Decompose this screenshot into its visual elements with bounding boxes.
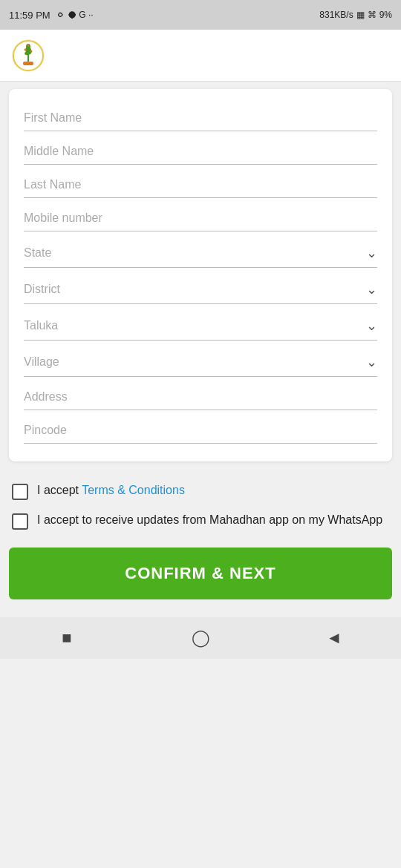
battery-indicator: 9% xyxy=(379,10,392,20)
whatsapp-checkbox-row: I accept to receive updates from Mahadha… xyxy=(12,512,389,530)
status-bar: 11:59 PM ⭘ ⬤ G ·· 831KB/s ▦ ⌘ 9% xyxy=(0,0,401,30)
terms-checkbox-row: I accept Terms & Conditions xyxy=(12,482,389,500)
svg-point-7 xyxy=(25,48,27,50)
address-field xyxy=(24,380,377,410)
app-header xyxy=(0,30,401,82)
time-display: 11:59 PM xyxy=(9,10,50,21)
nav-back-icon[interactable]: ◄ xyxy=(324,628,345,648)
middle-name-input[interactable] xyxy=(24,134,377,165)
address-input[interactable] xyxy=(24,380,377,410)
whatsapp-text: I accept to receive updates from Mahadha… xyxy=(37,512,382,528)
network-speed: 831KB/s xyxy=(319,10,353,20)
registration-form: State ⌄ District ⌄ Taluka ⌄ Village ⌄ xyxy=(9,89,392,461)
chevron-down-icon: ⌄ xyxy=(366,245,377,261)
last-name-field xyxy=(24,168,377,198)
first-name-field xyxy=(24,101,377,131)
nav-stop-icon[interactable]: ■ xyxy=(56,628,77,648)
status-right: 831KB/s ▦ ⌘ 9% xyxy=(319,10,392,20)
wifi-icon: ⌘ xyxy=(368,10,376,20)
state-dropdown[interactable]: State ⌄ xyxy=(24,234,377,268)
mobile-number-input[interactable] xyxy=(24,201,377,231)
confirm-next-button[interactable]: CONFIRM & NEXT xyxy=(9,548,392,599)
first-name-input[interactable] xyxy=(24,101,377,131)
app-logo xyxy=(12,39,45,72)
svg-point-9 xyxy=(27,44,30,46)
pincode-field xyxy=(24,413,377,444)
svg-rect-3 xyxy=(27,54,29,62)
whatsapp-checkbox[interactable] xyxy=(12,513,28,530)
mobile-number-field xyxy=(24,201,377,231)
district-dropdown[interactable]: District ⌄ xyxy=(24,271,377,304)
terms-checkbox[interactable] xyxy=(12,484,28,500)
bottom-navigation: ■ ◯ ◄ xyxy=(0,617,401,659)
chevron-down-icon: ⌄ xyxy=(366,318,377,334)
district-label: District xyxy=(24,283,60,296)
status-icons: ⭘ ⬤ G ·· xyxy=(56,10,94,20)
terms-link[interactable]: Terms & Conditions xyxy=(82,484,185,496)
taluka-dropdown[interactable]: Taluka ⌄ xyxy=(24,307,377,341)
svg-point-8 xyxy=(30,50,33,52)
state-label: State xyxy=(24,246,51,260)
terms-text: I accept Terms & Conditions xyxy=(37,482,185,499)
chevron-down-icon: ⌄ xyxy=(366,281,377,297)
status-time: 11:59 PM ⭘ ⬤ G ·· xyxy=(9,10,94,21)
svg-rect-2 xyxy=(23,62,33,65)
checkboxes-section: I accept Terms & Conditions I accept to … xyxy=(0,469,401,530)
pincode-input[interactable] xyxy=(24,413,377,444)
last-name-input[interactable] xyxy=(24,168,377,198)
nav-home-icon[interactable]: ◯ xyxy=(190,628,211,648)
village-label: Village xyxy=(24,355,59,369)
village-dropdown[interactable]: Village ⌄ xyxy=(24,343,377,377)
chevron-down-icon: ⌄ xyxy=(366,354,377,370)
middle-name-field xyxy=(24,134,377,165)
taluka-label: Taluka xyxy=(24,319,58,332)
signal-icon: ▦ xyxy=(356,10,365,20)
